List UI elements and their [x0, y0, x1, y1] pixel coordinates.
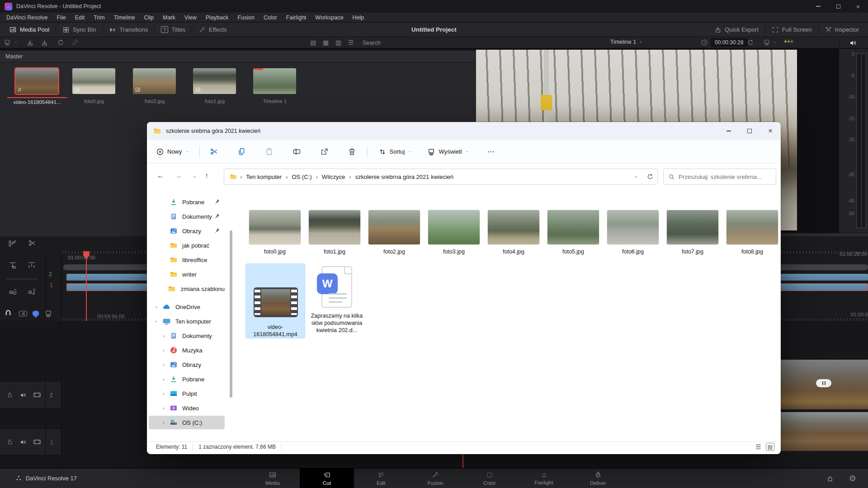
import-folder-icon[interactable]: [41, 39, 48, 47]
media-clip-timeline1[interactable]: [253, 68, 296, 94]
import-media-icon[interactable]: [26, 39, 34, 47]
sidebar-item-libreoffice[interactable]: libreoffice: [149, 253, 225, 267]
file-video-selected[interactable]: video-1618054841.mp4: [245, 263, 305, 338]
sidebar-item-onedrive[interactable]: › OneDrive: [149, 300, 225, 314]
append-video-tool-icon[interactable]: [8, 287, 17, 296]
sidebar-item-pobrane[interactable]: Pobrane: [149, 195, 225, 209]
trim-slide-tool-icon[interactable]: [27, 261, 36, 270]
breadcrumb-wilczyce[interactable]: Wilczyce: [321, 174, 346, 180]
media-pool-search[interactable]: Search: [363, 40, 381, 46]
chevron-right-icon[interactable]: ›: [161, 362, 166, 367]
menu-file[interactable]: File: [52, 13, 70, 23]
media-clip-video[interactable]: ♫: [15, 68, 58, 94]
view-grid-icon[interactable]: ▦: [323, 39, 329, 46]
view-thumb-icon[interactable]: ▤: [310, 39, 316, 46]
sidebar-item-tree-obrazy[interactable]: › Obrazy: [149, 358, 225, 371]
file-word-doc[interactable]: W Zapraszamy na kilka słów podsumowania …: [309, 263, 365, 334]
media-clip-foto1[interactable]: [193, 68, 236, 94]
file-foto1[interactable]: foto1.jpg: [309, 210, 360, 255]
search-input[interactable]: [679, 174, 771, 180]
trim-lock-tool-icon[interactable]: [8, 261, 17, 270]
breadcrumb-current-folder[interactable]: szkolenie srebrna góra 2021 kwiecień: [354, 174, 454, 180]
lock-icon[interactable]: [6, 438, 14, 446]
menu-timeline[interactable]: Timeline: [109, 13, 140, 23]
enhance-sparkle-icon[interactable]: +++: [784, 38, 793, 45]
breadcrumb-ten-komputer[interactable]: Ten komputer: [245, 174, 283, 180]
resolve-maximize-button[interactable]: [828, 0, 848, 13]
cut-icon[interactable]: [210, 147, 218, 156]
clip-handle-icon[interactable]: [816, 379, 831, 387]
sidebar-item-zmiana-szablonu[interactable]: zmiana szablonu: [149, 282, 225, 296]
timeline-selector[interactable]: Timeline 1: [610, 39, 643, 45]
menu-view[interactable]: View: [180, 13, 201, 23]
tab-deliver[interactable]: Deliver: [571, 468, 625, 488]
chevron-right-icon[interactable]: ›: [154, 305, 159, 310]
file-foto2[interactable]: foto2.jpg: [368, 210, 420, 255]
sidebar-item-ten-komputer[interactable]: Ten komputer: [149, 314, 225, 328]
view-button[interactable]: Wyświetl: [427, 148, 469, 156]
chevron-right-icon[interactable]: ›: [161, 391, 166, 396]
mute-speaker-icon[interactable]: [19, 391, 27, 399]
speaker-icon[interactable]: [849, 39, 857, 47]
flag-card-icon[interactable]: [44, 310, 52, 318]
append-audio-tool-icon[interactable]: [27, 287, 36, 296]
sync-icon[interactable]: [57, 39, 64, 46]
file-foto3[interactable]: foto3.jpg: [428, 210, 480, 255]
tab-color[interactable]: Color: [462, 468, 517, 488]
recent-locations-chevron-icon[interactable]: [192, 174, 197, 179]
sort-button[interactable]: Sortuj: [378, 148, 412, 156]
address-dropdown-chevron-icon[interactable]: [633, 174, 638, 179]
explorer-maximize-button[interactable]: [739, 122, 760, 140]
tab-edit[interactable]: Edit: [354, 468, 408, 488]
paste-icon[interactable]: [265, 147, 274, 156]
share-icon[interactable]: [320, 147, 329, 156]
trim-mode-icon[interactable]: [19, 311, 27, 316]
sidebar-item-tree-dokumenty[interactable]: › Dokumenty: [149, 329, 225, 343]
resolve-minimize-button[interactable]: [808, 0, 828, 13]
file-foto0[interactable]: foto0.jpg: [249, 210, 301, 255]
file-foto8[interactable]: foto8.jpg: [726, 210, 778, 255]
relink-icon[interactable]: [71, 39, 79, 46]
copy-icon[interactable]: [237, 147, 246, 156]
file-foto7[interactable]: foto7.jpg: [667, 210, 718, 255]
search-box[interactable]: [663, 169, 776, 185]
tab-cut[interactable]: Cut: [300, 468, 354, 488]
explorer-minimize-button[interactable]: [718, 122, 739, 140]
rename-icon[interactable]: [292, 147, 301, 156]
sidebar-item-os-c[interactable]: › OS (C:): [149, 416, 225, 429]
tab-fusion[interactable]: Fusion: [408, 468, 462, 488]
sidebar-item-jak-pobrac[interactable]: jak pobrać: [149, 239, 225, 252]
large-icons-view-icon[interactable]: ▤: [766, 443, 774, 451]
view-list-icon[interactable]: ☰: [348, 39, 354, 46]
explorer-close-button[interactable]: ×: [760, 122, 781, 140]
split-clip-icon[interactable]: [28, 239, 36, 247]
menu-workspace[interactable]: Workspace: [311, 13, 348, 23]
chevron-right-icon[interactable]: ›: [161, 420, 166, 425]
sidebar-item-writer[interactable]: writer: [149, 267, 225, 281]
delete-icon[interactable]: [348, 147, 356, 156]
bin-label[interactable]: Master: [0, 51, 476, 62]
sidebar-item-wideo[interactable]: › Wideo: [149, 401, 225, 415]
lock-icon[interactable]: [6, 391, 14, 399]
chevron-right-icon[interactable]: ›: [161, 348, 166, 353]
sidebar-item-muzyka[interactable]: › Muzyka: [149, 343, 225, 357]
details-view-icon[interactable]: ☰: [755, 444, 761, 450]
quick-export-button[interactable]: Quick Export: [708, 23, 764, 37]
sidebar-item-pulpit[interactable]: › Pulpit: [149, 387, 225, 400]
timeline-clip-thumbnail[interactable]: [781, 412, 868, 451]
view-strip-icon[interactable]: ▥: [335, 39, 341, 46]
sidebar-item-dokumenty[interactable]: Dokumenty: [149, 210, 225, 223]
breadcrumb-os-c[interactable]: OS (C:): [291, 174, 312, 180]
refresh-icon[interactable]: [646, 173, 654, 180]
new-button[interactable]: Nowy: [156, 148, 189, 156]
up-icon[interactable]: ↑: [205, 172, 208, 180]
media-clip-foto0[interactable]: [72, 68, 115, 94]
clip-view-dropdown[interactable]: [4, 39, 18, 46]
sidebar-item-tree-pobrane[interactable]: › Pobrane: [149, 372, 225, 386]
chevron-right-icon[interactable]: ›: [161, 333, 166, 338]
boring-detector-icon[interactable]: [7, 239, 17, 248]
snapping-magnet-icon[interactable]: [4, 309, 13, 318]
match-frame-icon[interactable]: [747, 39, 754, 46]
settings-gear-icon[interactable]: ⚙: [849, 474, 856, 483]
sidebar-item-obrazy[interactable]: Obrazy: [149, 224, 225, 238]
